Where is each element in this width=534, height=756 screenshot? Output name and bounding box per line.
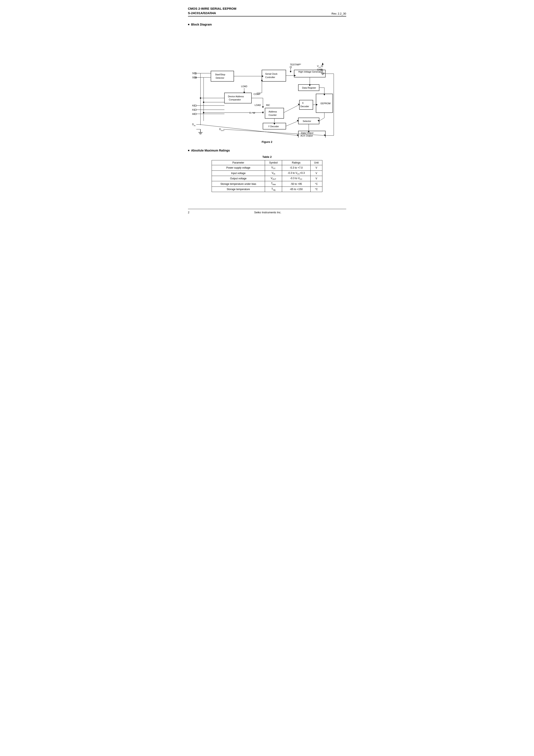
svg-text:Serial Clock: Serial Clock <box>265 72 278 75</box>
cell-symbol: VOUT <box>265 176 282 181</box>
cell-ratings: -65 to +150 <box>282 186 310 192</box>
cell-symbol: VIN <box>265 171 282 176</box>
company-name: Seiko Instruments Inc. <box>254 211 281 214</box>
cell-unit: °C <box>310 181 322 186</box>
page-number: 2 <box>188 211 189 214</box>
svg-text:Address: Address <box>268 110 277 113</box>
svg-rect-56 <box>224 93 251 103</box>
page-footer: 2 Seiko Instruments Inc. <box>188 209 346 214</box>
cell-parameter: Input voltage <box>212 171 265 176</box>
svg-marker-51 <box>243 92 245 94</box>
block-diagram: SCL SDA A2 A1 A0 DIN DOUT Start/Stop Det… <box>188 29 346 138</box>
svg-text:VCC: VCC <box>317 65 321 68</box>
svg-text:Controller: Controller <box>302 137 312 138</box>
svg-line-110 <box>200 124 298 135</box>
svg-text:Counter: Counter <box>268 114 277 116</box>
svg-text:EEPROM: EEPROM <box>320 102 331 105</box>
svg-point-60 <box>200 97 201 99</box>
table-title: Table 2 <box>188 155 346 158</box>
ratings-title: Absolute Maximum Ratings <box>188 149 346 152</box>
svg-text:Detector: Detector <box>216 77 224 79</box>
cell-symbol: Tbias <box>265 181 282 186</box>
cell-ratings: -0.3 to VCC <box>282 176 310 181</box>
cell-unit: V <box>310 176 322 181</box>
svg-point-62 <box>203 101 204 103</box>
svg-rect-9 <box>195 105 196 106</box>
col-ratings: Ratings <box>282 160 310 165</box>
cell-ratings: -0.3 to VCC+0.3 <box>282 171 310 176</box>
svg-rect-36 <box>321 66 323 67</box>
svg-text:DOUT: DOUT <box>219 128 225 131</box>
table-row: Input voltage VIN -0.3 to VCC+0.3 V <box>212 171 322 176</box>
svg-marker-82 <box>274 123 275 125</box>
table-row: Power supply voltage VCC -0.3 to +7.0 V <box>212 165 322 171</box>
svg-text:LOAD: LOAD <box>254 104 261 106</box>
document-title: CMOS 2-WIRE SERIAL EEPROM S-24C01A/02A/0… <box>188 6 236 15</box>
col-symbol: Symbol <box>265 160 282 165</box>
cell-parameter: Storage temperature <box>212 186 265 192</box>
svg-marker-105 <box>317 120 319 122</box>
table-row: Storage temperature Tstg -65 to +150 °C <box>212 186 322 192</box>
svg-rect-46 <box>290 67 291 68</box>
svg-rect-19 <box>211 71 234 81</box>
svg-marker-102 <box>316 104 317 105</box>
cell-ratings: -50 to +95 <box>282 181 310 186</box>
table-header-row: Parameter Symbol Ratings Unit <box>212 160 322 165</box>
cell-unit: V <box>310 165 322 171</box>
svg-text:A0: A0 <box>192 113 195 115</box>
svg-text:Selector: Selector <box>303 120 311 122</box>
svg-text:COMP: COMP <box>254 93 260 95</box>
revision: Rev. 2.2_30 <box>332 12 346 15</box>
svg-rect-76 <box>265 108 284 118</box>
cell-parameter: Storage temperature under bias <box>212 181 265 186</box>
svg-marker-30 <box>262 75 263 77</box>
svg-text:Y Decoder: Y Decoder <box>268 125 279 128</box>
cell-parameter: Output voltage <box>212 176 265 181</box>
cell-symbol: VCC <box>265 165 282 171</box>
cell-parameter: Power supply voltage <box>212 165 265 171</box>
svg-text:DIN: DIN <box>192 123 195 126</box>
svg-rect-85 <box>299 100 313 110</box>
svg-marker-34 <box>294 75 296 76</box>
svg-text:Data Register: Data Register <box>302 87 316 89</box>
svg-text:R / W: R / W <box>249 112 255 114</box>
table-row: Storage temperature under bias Tbias -50… <box>212 181 322 186</box>
ratings-table: Parameter Symbol Ratings Unit Power supp… <box>212 160 322 192</box>
svg-text:Controller: Controller <box>265 76 275 78</box>
cell-ratings: -0.3 to +7.0 <box>282 165 310 171</box>
svg-text:Comparator: Comparator <box>229 98 241 101</box>
svg-marker-48 <box>290 71 291 72</box>
col-parameter: Parameter <box>212 160 265 165</box>
svg-text:Start/Stop: Start/Stop <box>215 73 225 76</box>
svg-marker-107 <box>298 104 299 105</box>
cell-unit: °C <box>310 186 322 192</box>
svg-marker-55 <box>261 79 263 81</box>
svg-line-108 <box>286 121 298 126</box>
svg-point-72 <box>203 112 204 113</box>
svg-text:ACK Output: ACK Output <box>300 134 312 137</box>
block-diagram-title: Block Diagram <box>188 23 346 26</box>
svg-text:Data Output: Data Output <box>301 132 313 134</box>
svg-marker-100 <box>323 94 325 95</box>
figure-caption: Figure 2 <box>188 140 346 144</box>
svg-line-104 <box>319 118 324 121</box>
svg-text:TEST/WP*: TEST/WP* <box>290 63 301 66</box>
col-unit: Unit <box>310 160 322 165</box>
svg-rect-26 <box>262 70 286 81</box>
svg-marker-67 <box>262 106 264 108</box>
svg-text:X: X <box>302 102 304 104</box>
cell-unit: V <box>310 171 322 176</box>
svg-rect-11 <box>195 109 196 111</box>
table-row: Output voltage VOUT -0.3 to VCC V <box>212 176 322 181</box>
svg-text:Decoder: Decoder <box>300 105 309 108</box>
svg-text:INC: INC <box>266 104 270 106</box>
svg-marker-97 <box>309 85 310 86</box>
svg-text:Device Address: Device Address <box>228 95 244 98</box>
cell-symbol: Tstg <box>265 186 282 192</box>
page-header: CMOS 2-WIRE SERIAL EEPROM S-24C01A/02A/0… <box>188 6 346 16</box>
svg-rect-13 <box>195 113 196 115</box>
svg-text:A2: A2 <box>192 104 195 107</box>
svg-line-106 <box>283 105 299 113</box>
svg-text:A1: A1 <box>192 108 195 111</box>
svg-marker-111 <box>297 135 298 136</box>
